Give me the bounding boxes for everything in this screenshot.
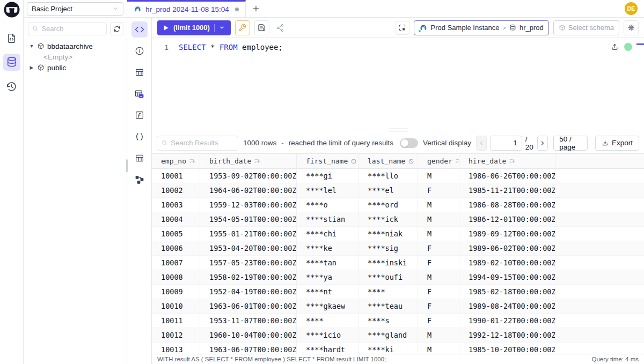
table-cell[interactable]: 1994-09-15T00:00:00Z xyxy=(459,270,555,284)
table-cell[interactable]: M xyxy=(418,212,459,226)
table-cell[interactable]: 1986-08-28T00:00:00Z xyxy=(459,198,555,212)
table-cell[interactable]: M xyxy=(418,328,459,342)
table-cell[interactable]: ****ya xyxy=(297,270,358,284)
table-cell[interactable]: ****gkaew xyxy=(297,299,358,313)
table-cell[interactable]: **** xyxy=(297,314,358,328)
table-cell[interactable]: 10011 xyxy=(152,314,200,328)
table-cell[interactable]: 1989-08-24T00:00:00Z xyxy=(459,299,555,313)
table-cell[interactable]: 10008 xyxy=(152,270,200,284)
table-cell[interactable]: F xyxy=(418,314,459,328)
table-cell[interactable]: 1953-11-07T00:00:00Z xyxy=(200,314,297,328)
table-cell[interactable]: F xyxy=(418,299,459,313)
tables-icon[interactable] xyxy=(131,64,148,80)
connection-chip[interactable]: Prod Sample Instance > hr_prod xyxy=(414,20,549,35)
table-cell[interactable]: 1992-12-18T00:00:00Z xyxy=(459,328,555,342)
table-cell[interactable]: 1989-02-10T00:00:00Z xyxy=(459,256,555,270)
table-cell[interactable]: F xyxy=(418,256,459,270)
table-cell[interactable]: 1960-10-04T00:00:00Z xyxy=(200,328,297,342)
caret-down-icon[interactable]: ▼ xyxy=(29,43,34,49)
sql-editor[interactable]: 1 SELECT * FROM employee; xyxy=(152,38,644,127)
page-size-select[interactable]: 50 / page xyxy=(553,136,588,151)
table-cell[interactable]: 10005 xyxy=(152,227,200,241)
table-cell[interactable]: ****chi xyxy=(297,227,358,241)
tab-hr-prod[interactable]: hr_prod 2024-11-08 15:04 xyxy=(127,0,246,17)
table-cell[interactable]: 1985-11-21T00:00:00Z xyxy=(459,183,555,197)
table-row[interactable]: 100101963-06-01T00:00:00Z****gkaew****te… xyxy=(152,299,644,314)
table-cell[interactable]: 1954-05-01T00:00:00Z xyxy=(200,212,297,226)
table-cell[interactable]: ****hardt xyxy=(297,343,358,354)
table-cell[interactable]: ****ick xyxy=(358,212,418,226)
table-data-icon[interactable] xyxy=(131,86,148,102)
bytebase-logo-icon[interactable] xyxy=(4,2,20,18)
table-row[interactable]: 100131963-06-07T00:00:00Z****hardt****ki… xyxy=(152,343,644,354)
table-cell[interactable]: ****ke xyxy=(297,241,358,255)
explorer-search[interactable] xyxy=(28,22,107,35)
table-cell[interactable]: M xyxy=(418,343,459,354)
table-cell[interactable]: ****niak xyxy=(358,227,418,241)
table-cell[interactable]: 1959-12-03T00:00:00Z xyxy=(200,198,297,212)
table-row[interactable]: 100051955-01-21T00:00:00Z****chi****niak… xyxy=(152,227,644,241)
table-cell[interactable]: **** xyxy=(358,285,418,299)
table-cell[interactable]: 1955-01-21T00:00:00Z xyxy=(200,227,297,241)
next-page-button[interactable] xyxy=(537,136,548,151)
table-cell[interactable]: M xyxy=(418,198,459,212)
table-cell[interactable]: 1963-06-07T00:00:00Z xyxy=(200,343,297,354)
table-cell[interactable]: 10009 xyxy=(152,285,200,299)
table-cell[interactable]: ****ki xyxy=(358,343,418,354)
table-row[interactable]: 100021964-06-02T00:00:00Z****lel****elF1… xyxy=(152,183,644,198)
table-cell[interactable]: 10007 xyxy=(152,256,200,270)
table-cell[interactable]: ****teau xyxy=(358,299,418,313)
table-cell[interactable]: ****o xyxy=(297,198,358,212)
table-cell[interactable]: ****el xyxy=(358,183,418,197)
table-cell[interactable]: 10001 xyxy=(152,169,200,183)
caret-right-icon[interactable]: ▶ xyxy=(29,65,34,70)
sort-icon[interactable] xyxy=(455,158,459,165)
table-cell[interactable]: 1953-09-02T00:00:00Z xyxy=(200,169,297,183)
explorer-search-input[interactable] xyxy=(41,25,103,33)
vertical-display-toggle[interactable] xyxy=(400,138,418,148)
results-search[interactable] xyxy=(157,136,238,151)
table-cell[interactable]: ****icio xyxy=(297,328,358,342)
table-cell[interactable]: 1953-04-20T00:00:00Z xyxy=(200,241,297,255)
sort-icon[interactable] xyxy=(509,158,516,165)
tree-item-public[interactable]: ▶ public xyxy=(29,62,127,73)
table-cell[interactable]: 1985-02-18T00:00:00Z xyxy=(459,285,555,299)
select-statement-button[interactable] xyxy=(396,21,409,35)
ai-assistant-button[interactable]: ❋ xyxy=(624,20,639,35)
table-cell[interactable]: F xyxy=(418,183,459,197)
project-select[interactable]: Basic Project xyxy=(27,2,123,16)
table-row[interactable]: 100111953-11-07T00:00:00Z********sF1990-… xyxy=(152,314,644,328)
run-query-button[interactable]: (limit 1000) xyxy=(157,20,231,35)
code-view-icon[interactable] xyxy=(131,21,148,38)
table-row[interactable]: 100031959-12-03T00:00:00Z****o****ordM19… xyxy=(152,198,644,212)
results-search-input[interactable] xyxy=(171,139,233,147)
table-cell[interactable]: ****gland xyxy=(358,328,418,342)
schema-diagram-icon[interactable] xyxy=(131,172,148,188)
table-row[interactable]: 100041954-05-01T00:00:00Z****stian****ic… xyxy=(152,212,644,227)
table-cell[interactable]: 10002 xyxy=(152,183,200,197)
panel-resize-grip[interactable] xyxy=(126,159,128,172)
save-button[interactable] xyxy=(254,20,269,35)
table-cell[interactable]: ****tan xyxy=(297,256,358,270)
table-cell[interactable]: 1963-06-01T00:00:00Z xyxy=(200,299,297,313)
table-cell[interactable]: 1989-09-12T00:00:00Z xyxy=(459,227,555,241)
table-cell[interactable]: ****sig xyxy=(358,241,418,255)
table-cell[interactable]: ****oufi xyxy=(358,270,418,284)
table-cell[interactable]: 10012 xyxy=(152,328,200,342)
column-header-birth_date[interactable]: birth_date xyxy=(200,154,297,168)
upload-icon[interactable] xyxy=(611,43,619,51)
table-cell[interactable]: 1964-06-02T00:00:00Z xyxy=(200,183,297,197)
pane-resize-handle[interactable] xyxy=(152,127,644,132)
column-header-emp_no[interactable]: emp_no xyxy=(152,154,200,168)
table-cell[interactable]: ****ord xyxy=(358,198,418,212)
column-header-gender[interactable]: gender xyxy=(418,154,459,168)
avatar[interactable]: DE xyxy=(625,2,638,15)
column-header-hire_date[interactable]: hire_date xyxy=(459,154,555,168)
column-header-first_name[interactable]: first_name xyxy=(297,154,358,168)
export-button[interactable]: Export xyxy=(595,136,639,151)
table-cell[interactable]: ****llo xyxy=(358,169,418,183)
procedures-icon[interactable] xyxy=(131,129,148,145)
share-button[interactable] xyxy=(274,21,287,34)
table-cell[interactable]: ****gi xyxy=(297,169,358,183)
history-icon[interactable] xyxy=(3,78,20,95)
